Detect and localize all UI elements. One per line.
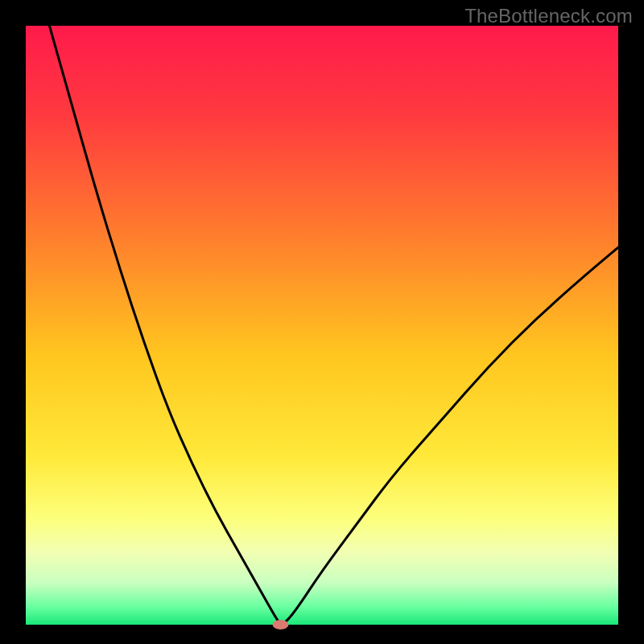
watermark-text: TheBottleneck.com: [464, 5, 633, 27]
bottleneck-chart: [0, 0, 644, 644]
optimal-point-marker: [272, 620, 288, 630]
chart-frame: TheBottleneck.com: [0, 0, 644, 644]
